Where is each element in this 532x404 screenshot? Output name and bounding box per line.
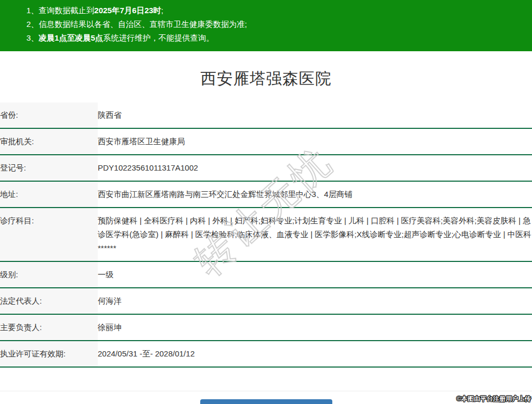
notice-text: 系统进行维护，不能提供查询。 [103, 33, 214, 42]
notice-line: 1、查询数据截止到2025年7月6日23时; [26, 4, 527, 17]
table-row-approval-authority: 审批机关: 西安市雁塔区卫生健康局 [0, 128, 532, 155]
page-title: 西安雁塔强森医院 [0, 68, 532, 90]
field-value: 预防保健科 | 全科医疗科 | 内科 | 外科 | 妇产科;妇科专业;计划生育专… [98, 208, 532, 261]
field-label: 法定代表人: [0, 288, 98, 314]
table-row-province: 省份: 陕西省 [0, 102, 532, 128]
field-label: 执业许可证有效期: [0, 341, 98, 367]
notice-text-bold: 2025年7月6日23时 [94, 6, 161, 15]
field-label: 省份: [0, 102, 98, 128]
hospital-info-table: 省份: 陕西省 审批机关: 西安市雁塔区卫生健康局 登记号: PDY102235… [0, 102, 532, 368]
notice-text: 3、 [26, 33, 39, 42]
field-label: 地址: [0, 181, 98, 208]
field-value: 西安市雁塔区卫生健康局 [98, 128, 532, 155]
table-row-main-responsible-person: 主要负责人: 徐丽坤 [0, 314, 532, 341]
field-value: 2024/05/31 -至- 2028/01/12 [98, 341, 532, 367]
table-row-address: 地址: 西安市曲江新区雁塔南路与南三环交汇处金辉世界城邻里中心3、4层商铺 [0, 181, 532, 208]
field-label: 登记号: [0, 155, 98, 181]
notice-line: 3、凌晨1点至凌晨5点系统进行维护，不能提供查询。 [26, 31, 527, 45]
table-row-license-validity: 执业许可证有效期: 2024/05/31 -至- 2028/01/12 [0, 341, 532, 367]
field-label: 审批机关: [0, 128, 98, 155]
field-value: PDY10223561011317A1002 [98, 155, 532, 181]
field-label: 主要负责人: [0, 314, 98, 341]
field-value: 何海洋 [98, 288, 532, 314]
footer-divider [0, 391, 532, 391]
field-value: 西安市曲江新区雁塔南路与南三环交汇处金辉世界城邻里中心3、4层商铺 [98, 181, 532, 208]
close-window-button[interactable]: 〖关闭窗口〗 [200, 399, 332, 404]
field-label: 诊疗科目: [0, 208, 98, 261]
table-row-legal-representative: 法定代表人: 何海洋 [0, 288, 532, 314]
field-label: 级别: [0, 261, 98, 288]
notice-line: 2、信息数据结果以各省、自治区、直辖市卫生健康委数据为准; [26, 17, 527, 31]
field-value: 陕西省 [98, 102, 532, 128]
attribution-text: ©本图由平台注册用户上传 [456, 394, 531, 403]
table-row-registration-number: 登记号: PDY10223561011317A1002 [0, 155, 532, 181]
table-row-departments: 诊疗科目: 预防保健科 | 全科医疗科 | 内科 | 外科 | 妇产科;妇科专业… [0, 208, 532, 261]
field-value: 徐丽坤 [98, 314, 532, 341]
field-value: 一级 [98, 261, 532, 288]
notice-text: ; [161, 6, 163, 15]
notice-text: 1、查询数据截止到 [26, 6, 94, 15]
table-row-level: 级别: 一级 [0, 261, 532, 288]
notice-text-bold: 凌晨1点至凌晨5点 [39, 33, 103, 42]
notice-bar: 1、查询数据截止到2025年7月6日23时; 2、信息数据结果以各省、自治区、直… [0, 0, 532, 51]
notice-text: 2、信息数据结果以各省、自治区、直辖市卫生健康委数据为准; [26, 20, 247, 29]
